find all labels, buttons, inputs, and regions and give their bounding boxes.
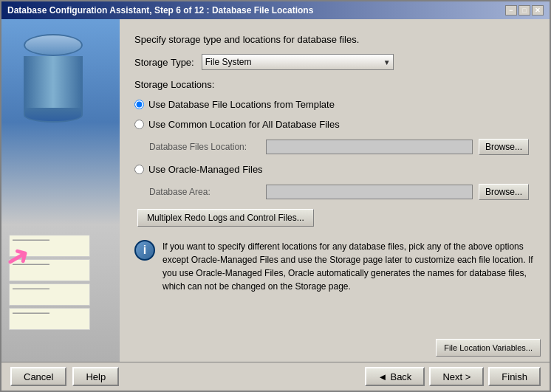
right-form-panel: Specify storage type and locations for d…: [120, 19, 550, 362]
window-title: Database Configuration Assistant, Step 6…: [7, 5, 313, 16]
back-arrow-icon: ◄: [378, 371, 388, 382]
radio-template-row: Use Database File Locations from Templat…: [134, 99, 535, 110]
db-area-input[interactable]: [266, 185, 473, 199]
radio-template-label[interactable]: Use Database File Locations from Templat…: [148, 99, 335, 110]
file-location-variables-button[interactable]: File Location Variables...: [436, 339, 541, 357]
main-window: Database Configuration Assistant, Step 6…: [0, 0, 551, 392]
cancel-button[interactable]: Cancel: [10, 367, 66, 386]
window-body: ➜ Specify storage type and locations for…: [1, 19, 550, 362]
back-label: Back: [390, 371, 411, 382]
next-button[interactable]: Next >: [429, 367, 484, 386]
radio-template[interactable]: [134, 100, 144, 109]
bottom-bar: Cancel Help ◄ Back Next > Finish: [1, 362, 550, 391]
multiplex-button[interactable]: Multiplex Redo Logs and Control Files...: [137, 209, 314, 227]
storage-type-select[interactable]: File System ASM Raw Devices: [202, 54, 394, 70]
title-bar: Database Configuration Assistant, Step 6…: [1, 1, 550, 19]
radio-oracle-row: Use Oracle-Managed Files: [134, 164, 535, 175]
back-button[interactable]: ◄ Back: [365, 367, 425, 386]
storage-type-select-wrapper: File System ASM Raw Devices: [202, 54, 394, 70]
bottom-left-buttons: Cancel Help: [10, 367, 119, 386]
paper-4: [9, 308, 90, 330]
db-area-row: Database Area: Browse...: [149, 184, 535, 200]
storage-type-label: Storage Type:: [134, 57, 194, 68]
radio-common-row: Use Common Location for All Database Fil…: [134, 119, 535, 130]
info-text: If you want to specify different locatio…: [162, 240, 535, 293]
radio-oracle[interactable]: [134, 165, 144, 174]
browse-button-2[interactable]: Browse...: [479, 184, 529, 200]
db-files-location-label: Database Files Location:: [149, 142, 260, 152]
finish-button[interactable]: Finish: [488, 367, 541, 386]
paper-3: [9, 283, 90, 306]
title-bar-buttons: − □ ✕: [505, 5, 544, 16]
help-button[interactable]: Help: [72, 367, 119, 386]
bottom-area: File Location Variables... Cancel Help ◄…: [1, 362, 550, 391]
radio-common[interactable]: [134, 120, 144, 129]
info-icon: i: [134, 240, 155, 261]
left-illustration-panel: ➜: [1, 19, 120, 362]
db-files-location-row: Database Files Location: Browse...: [149, 139, 535, 155]
minimize-button[interactable]: −: [505, 5, 517, 16]
info-box: i If you want to specify different locat…: [134, 235, 535, 298]
close-button[interactable]: ✕: [532, 5, 544, 16]
maximize-button[interactable]: □: [519, 5, 530, 16]
page-description: Specify storage type and locations for d…: [134, 34, 535, 45]
radio-oracle-label[interactable]: Use Oracle-Managed Files: [148, 164, 263, 175]
database-cylinder-icon: [24, 34, 83, 108]
storage-locations-heading: Storage Locations:: [134, 79, 535, 90]
bottom-right-buttons: ◄ Back Next > Finish: [365, 367, 541, 386]
browse-button-1[interactable]: Browse...: [479, 139, 529, 155]
storage-type-row: Storage Type: File System ASM Raw Device…: [134, 54, 535, 70]
multiplex-row: Multiplex Redo Logs and Control Files...: [134, 209, 535, 227]
radio-common-label[interactable]: Use Common Location for All Database Fil…: [148, 119, 340, 130]
db-files-location-input[interactable]: [266, 140, 473, 154]
db-area-label: Database Area:: [149, 187, 260, 197]
